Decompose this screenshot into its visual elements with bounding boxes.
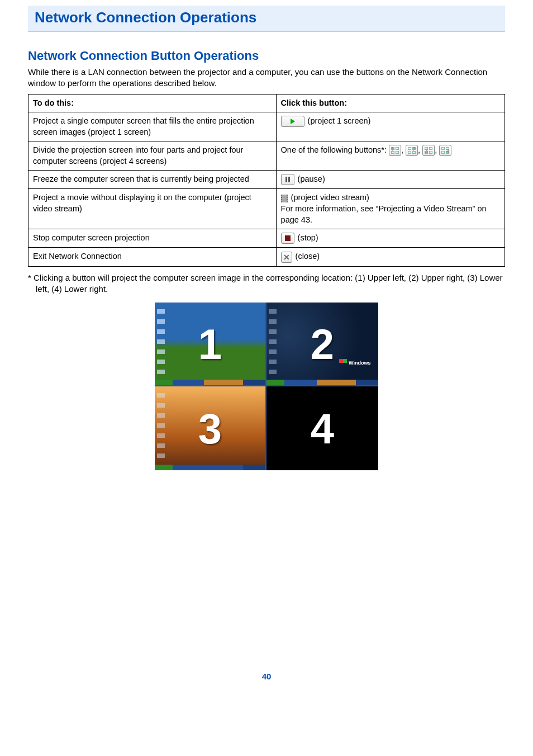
action-cell: Project a single computer screen that fi… bbox=[28, 112, 277, 141]
quadrant-cell-2: 2 Windows bbox=[266, 303, 378, 386]
quadrant-cell-1: 1 bbox=[155, 303, 266, 386]
action-cell: Freeze the computer screen that is curre… bbox=[28, 171, 277, 189]
operations-table: To do this: Click this button: Project a… bbox=[28, 94, 505, 267]
page-number: 40 bbox=[28, 672, 505, 681]
film-icon bbox=[281, 195, 288, 202]
stop-icon bbox=[285, 235, 291, 241]
quadrant-3-button[interactable]: 3 bbox=[422, 145, 435, 156]
pause-button[interactable] bbox=[281, 174, 294, 185]
footnote: * Clicking a button will project the com… bbox=[28, 272, 505, 295]
sep: , bbox=[401, 145, 403, 154]
section-heading: Network Connection Button Operations bbox=[28, 49, 505, 63]
play-button[interactable] bbox=[281, 116, 304, 127]
taskbar-icon bbox=[266, 380, 378, 385]
close-button[interactable]: ✕ bbox=[281, 252, 292, 263]
pause-icon bbox=[285, 177, 290, 182]
table-header-row: To do this: Click this button: bbox=[28, 94, 505, 112]
quadrant-label: 1 bbox=[198, 320, 222, 368]
button-label: (project video stream) bbox=[291, 193, 369, 202]
sep: , bbox=[435, 145, 437, 154]
button-label: (project 1 screen) bbox=[308, 116, 371, 125]
quad-prefix: One of the following buttons*: bbox=[281, 145, 387, 154]
intro-paragraph: While there is a LAN connection between … bbox=[28, 67, 505, 89]
button-cell: (pause) bbox=[276, 171, 505, 189]
play-icon bbox=[291, 119, 295, 124]
header-click: Click this button: bbox=[276, 94, 505, 112]
button-cell: One of the following buttons*: 1 , 2 , 3… bbox=[276, 141, 505, 171]
button-cell: ✕ (close) bbox=[276, 248, 505, 266]
taskbar-icon bbox=[155, 465, 265, 470]
windows-logo: Windows bbox=[339, 356, 373, 370]
stop-button[interactable] bbox=[281, 233, 294, 244]
quadrant-label: 4 bbox=[311, 404, 334, 453]
action-cell: Divide the projection screen into four p… bbox=[28, 141, 277, 171]
table-row: Project a single computer screen that fi… bbox=[28, 112, 505, 141]
button-cell: (project video stream) For more informat… bbox=[276, 189, 505, 229]
button-cell: (project 1 screen) bbox=[276, 112, 505, 141]
table-row: Exit Network Connection ✕ (close) bbox=[28, 248, 505, 266]
table-row: Stop computer screen projection (stop) bbox=[28, 229, 505, 248]
quadrant-diagram-grid: 1 2 Windows 3 4 bbox=[155, 303, 378, 470]
taskbar-icon bbox=[155, 380, 265, 385]
quadrant-2-button[interactable]: 2 bbox=[406, 145, 418, 156]
action-cell: Project a movie without displaying it on… bbox=[28, 189, 277, 229]
button-label: (close) bbox=[296, 252, 320, 261]
sep: , bbox=[418, 145, 420, 154]
table-row: Divide the projection screen into four p… bbox=[28, 141, 505, 171]
quadrant-4-button[interactable]: 4 bbox=[439, 145, 451, 156]
action-cell: Stop computer screen projection bbox=[28, 229, 277, 248]
extra-info: For more information, see “Projecting a … bbox=[281, 204, 487, 224]
quadrant-cell-4: 4 bbox=[266, 386, 378, 470]
quadrant-1-button[interactable]: 1 bbox=[389, 145, 401, 156]
button-label: (stop) bbox=[298, 233, 318, 242]
quadrant-cell-3: 3 bbox=[155, 386, 266, 470]
quadrant-label: 3 bbox=[198, 404, 222, 453]
button-label: (pause) bbox=[298, 174, 325, 183]
page-title: Network Connection Operations bbox=[35, 9, 501, 26]
button-cell: (stop) bbox=[276, 229, 505, 248]
action-cell: Exit Network Connection bbox=[28, 248, 277, 266]
table-row: Project a movie without displaying it on… bbox=[28, 189, 505, 229]
close-icon: ✕ bbox=[283, 253, 290, 261]
quadrant-diagram: 1 2 Windows 3 4 bbox=[28, 303, 505, 470]
header-todo: To do this: bbox=[28, 94, 277, 112]
table-row: Freeze the computer screen that is curre… bbox=[28, 171, 505, 189]
quadrant-label: 2 bbox=[311, 320, 334, 368]
title-bar: Network Connection Operations bbox=[28, 6, 505, 32]
